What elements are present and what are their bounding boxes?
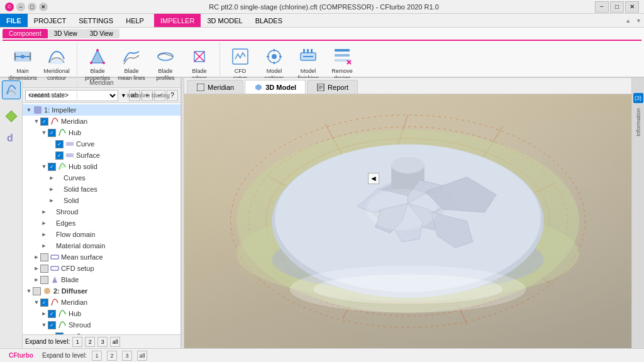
cb-diffuser[interactable] [33, 287, 41, 295]
tree-item-edges-1[interactable]: ► Edges [23, 217, 180, 229]
menu-tab-help[interactable]: HELP [119, 14, 150, 27]
cb-meridian-1[interactable]: ✓ [40, 118, 48, 126]
meridional-contour-button[interactable]: Meridionalcontour [40, 45, 73, 84]
tree-item-cfd-setup-1[interactable]: ► CFD setup [23, 263, 180, 274]
tree-item-shroud-2[interactable]: ▼ ✓ Shroud [23, 319, 180, 331]
tree-item-material-domain-1[interactable]: ► Material domain [23, 240, 180, 251]
menu-tab-project[interactable]: PROJECT [28, 14, 72, 27]
tree-item-surface-1[interactable]: ✓ Surface [23, 150, 180, 161]
arrow-down[interactable]: ▼ [633, 18, 644, 24]
tree-item-mean-surface[interactable]: ► Mean surface [23, 251, 180, 263]
maximize-button[interactable]: □ [610, 1, 624, 13]
status-level-2[interactable]: 2 [107, 351, 117, 361]
expand-shroud-2[interactable]: ▼ [40, 321, 48, 329]
tab-meridian-label: Meridian [208, 84, 234, 91]
tree-item-shroud-1[interactable]: ► Shroud [23, 206, 180, 217]
icon-meridian-1 [50, 116, 60, 126]
cb-curve-1[interactable]: ✓ [55, 140, 64, 148]
cb-hub-2[interactable]: ✓ [48, 310, 56, 318]
viewport-3d[interactable]: ◄ [184, 94, 631, 348]
tree-panel: Meridian <recent state> ▼ ab + − ? ▼ 1: … [23, 78, 181, 348]
blade-properties-button[interactable]: Bladeproperties [81, 45, 114, 84]
tab-3dmodel[interactable]: 3D Model [245, 80, 306, 94]
expand-level-2[interactable]: 2 [85, 337, 95, 347]
expand-blade-1[interactable]: ► [33, 276, 40, 283]
view-area: Meridian 3D Model Report [184, 78, 631, 348]
expand-solid-1[interactable]: ► [48, 197, 55, 204]
expand-level-1[interactable]: 1 [72, 337, 82, 347]
tree-item-impeller-root[interactable]: ▼ 1: Impeller [23, 104, 180, 116]
tree-item-flow-domain-1[interactable]: ► Flow domain [23, 229, 180, 240]
cb-surface-1[interactable]: ✓ [55, 151, 64, 160]
tree-item-solid-faces-1[interactable]: ► Solid faces [23, 184, 180, 195]
blade-profiles-icon [155, 47, 175, 67]
menu-tab-file[interactable]: FILE [0, 14, 28, 27]
view-content[interactable]: ◄ [184, 94, 631, 348]
menu-tab-blades[interactable]: BLADES [249, 14, 289, 27]
mean-lines-label: Blademean lines [118, 68, 145, 82]
cfturbo-logo: CFturbo [5, 351, 37, 360]
expand-impeller[interactable]: ▼ [25, 106, 33, 114]
tree-content[interactable]: ▼ 1: Impeller ▼ ✓ Meridian [23, 103, 180, 334]
expand-level-all[interactable]: all [110, 337, 120, 347]
icon-hub-solid-1 [57, 162, 67, 172]
cb-meridian-2[interactable]: ✓ [40, 299, 48, 307]
expand-hub-1[interactable]: ▼ [40, 129, 48, 136]
expand-cfd-1[interactable]: ► [33, 265, 40, 272]
expand-mean-surface[interactable]: ► [33, 253, 40, 261]
tree-item-blade-1[interactable]: ► Blade [23, 274, 180, 285]
expand-curves-1[interactable]: ► [48, 174, 55, 182]
cb-hub-1[interactable]: ✓ [48, 129, 56, 137]
tree-item-meridian-2[interactable]: ▼ ✓ Meridian [23, 297, 180, 308]
tab-report[interactable]: Report [307, 80, 358, 94]
icon-surface-1 [65, 150, 75, 160]
expand-hub-2[interactable]: ► [40, 310, 48, 317]
tree-item-solid-1[interactable]: ► Solid [23, 195, 180, 206]
diamond-icon [4, 109, 18, 123]
ribbon-tab-3dview2[interactable]: 3D View [84, 29, 119, 38]
status-level-1[interactable]: 1 [92, 351, 102, 361]
cb-mean-surface[interactable] [40, 253, 48, 261]
ribbon-tab-component[interactable]: Component [3, 29, 48, 38]
cb-blade-1[interactable] [40, 276, 48, 284]
main-dimensions-button[interactable]: Maindimensions [6, 45, 39, 84]
status-bar: CFturbo Expand to level: 1 2 3 all [0, 348, 644, 362]
cb-shroud-2[interactable]: ✓ [48, 321, 56, 329]
arrow-up[interactable]: ▲ [623, 18, 633, 24]
close-button[interactable]: ✕ [625, 1, 639, 13]
expand-diffuser[interactable]: ▼ [25, 287, 33, 295]
tree-item-hub-1[interactable]: ▼ ✓ Hub [23, 127, 180, 138]
blade-profiles-button[interactable]: Bladeprofiles [149, 45, 182, 84]
tree-item-curves-1[interactable]: ► Curves [23, 172, 180, 184]
expand-meridian-2[interactable]: ▼ [33, 299, 40, 306]
menu-tab-settings[interactable]: SETTINGS [72, 14, 119, 27]
tree-item-meridian-1[interactable]: ▼ ✓ Meridian [23, 116, 180, 127]
maximize-icon: □ [28, 3, 36, 11]
minimize-button[interactable]: − [595, 1, 609, 13]
expand-flow-1[interactable]: ► [40, 231, 48, 238]
expand-meridian-1[interactable]: ▼ [33, 118, 40, 125]
ribbon-tab-3dview1[interactable]: 3D View [48, 29, 84, 38]
cb-cfd-1[interactable] [40, 265, 48, 273]
meridian-buttons: Maindimensions Meridionalcontour [6, 43, 73, 91]
nav-arrow[interactable]: ◄ [368, 173, 379, 184]
tree-item-curve-1[interactable]: ✓ Curve [23, 138, 180, 150]
status-level-all[interactable]: all [137, 351, 147, 361]
menu-tab-impeller[interactable]: IMPELLER [154, 14, 201, 27]
tree-item-hub-2[interactable]: ► ✓ Hub [23, 308, 180, 319]
status-level-3[interactable]: 3 [122, 351, 132, 361]
blade-mean-lines-button[interactable]: Blademean lines [115, 45, 148, 84]
sidebar-icon-shape2[interactable]: d [2, 128, 21, 147]
tree-item-diffuser-root[interactable]: ▼ 2: Diffuser [23, 285, 180, 297]
tab-meridian[interactable]: Meridian [187, 80, 243, 94]
expand-solid-faces-1[interactable]: ► [48, 185, 55, 193]
expand-shroud-1[interactable]: ► [40, 208, 48, 216]
menu-tab-3dmodel[interactable]: 3D MODEL [201, 14, 248, 27]
sidebar-icon-shape1[interactable] [2, 107, 21, 126]
expand-material-1[interactable]: ► [40, 242, 48, 250]
expand-hub-solid-1[interactable]: ▼ [40, 163, 48, 170]
expand-level-3[interactable]: 3 [97, 337, 108, 347]
cb-hub-solid-1[interactable]: ✓ [48, 163, 56, 171]
tree-item-hub-solid-1[interactable]: ▼ ✓ Hub solid [23, 161, 180, 172]
expand-edges-1[interactable]: ► [40, 219, 48, 227]
